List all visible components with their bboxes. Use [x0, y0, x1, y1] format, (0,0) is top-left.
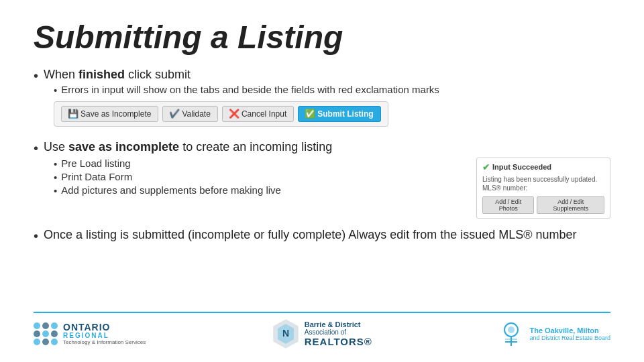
use-save-left: Pre Load listing Print Data Form Add pic… — [34, 158, 463, 196]
circle-1 — [34, 322, 40, 329]
input-succeeded-header: ✔ Input Succeeded — [482, 162, 604, 172]
bullet-1-text: When finished click submit — [44, 68, 191, 82]
oakville-icon-svg — [498, 320, 524, 347]
slide: Submitting a Listing When finished click… — [0, 0, 644, 362]
bullet-1-subs: Errors in input will show on the tabs an… — [54, 84, 610, 96]
circle-7 — [34, 339, 40, 345]
ontario-sub: Technology & Information Services — [63, 339, 146, 345]
oakville-text-group: The Oakville, Milton and District Real E… — [529, 326, 610, 341]
barrie-line1: Barrie & District — [305, 320, 372, 328]
save-icon: 💾 — [68, 109, 78, 119]
use-save-section: Pre Load listing Print Data Form Add pic… — [34, 158, 610, 219]
validate-icon: ✔️ — [170, 109, 179, 119]
circle-6 — [51, 330, 58, 337]
save-incomplete-button[interactable]: 💾 Save as Incomplete — [61, 106, 158, 122]
bullet-2-sub-2: Print Data Form — [54, 171, 463, 183]
barrie-realtors: REALTORS® — [305, 336, 372, 347]
cancel-input-button[interactable]: ❌ Cancel Input — [222, 106, 294, 122]
add-edit-photos-button[interactable]: Add / Edit Photos — [482, 196, 534, 214]
validate-button[interactable]: ✔️ Validate — [162, 106, 217, 122]
input-succeeded-box: ✔ Input Succeeded Listing has been succe… — [476, 158, 610, 219]
add-edit-supplements-button[interactable]: Add / Edit Supplements — [537, 196, 604, 214]
circle-3 — [51, 322, 58, 329]
barrie-line2: Association of — [305, 328, 372, 336]
bullet-1: When finished click submit — [34, 68, 610, 84]
submit-icon: ✅ — [305, 109, 315, 119]
bullet-2-block: Use save as incomplete to create an inco… — [34, 140, 610, 219]
ontario-text-group: ONTARIO REGIONAL Technology & Informatio… — [63, 322, 146, 345]
ontario-regional: REGIONAL — [63, 332, 146, 339]
circle-4 — [34, 330, 40, 337]
bullet-3: Once a listing is submitted (incomplete … — [34, 228, 610, 244]
barrie-logo: N Barrie & District Association of REALT… — [272, 318, 372, 349]
svg-text:N: N — [282, 328, 289, 339]
circle-9 — [51, 339, 58, 345]
svg-point-4 — [508, 326, 515, 333]
check-icon: ✔ — [482, 162, 490, 172]
cancel-icon: ❌ — [229, 109, 239, 119]
circle-8 — [42, 339, 49, 345]
succeeded-body: Listing has been successfully updated. M… — [482, 175, 604, 192]
oakville-logo: The Oakville, Milton and District Real E… — [498, 320, 610, 347]
bullet-1-sub-1: Errors in input will show on the tabs an… — [54, 84, 610, 96]
ontario-circles — [34, 322, 58, 345]
bullet-2-sub-3: Add pictures and supplements before maki… — [54, 184, 463, 196]
barrie-text-group: Barrie & District Association of REALTOR… — [305, 320, 372, 347]
bullet-3-text: Once a listing is submitted (incomplete … — [44, 228, 577, 242]
bullet-1-block: When finished click submit Errors in inp… — [34, 68, 610, 131]
circle-5 — [42, 330, 49, 337]
slide-title: Submitting a Listing — [34, 20, 610, 56]
bullet-2-sub-1: Pre Load listing — [54, 158, 463, 170]
ontario-name: ONTARIO — [63, 322, 146, 332]
bullet-3-block: Once a listing is submitted (incomplete … — [34, 228, 610, 244]
oakville-line1: The Oakville, Milton — [529, 326, 610, 335]
bullet-2-subs: Pre Load listing Print Data Form Add pic… — [54, 158, 463, 196]
barrie-icon-svg: N — [272, 318, 299, 349]
footer: ONTARIO REGIONAL Technology & Informatio… — [34, 312, 610, 349]
ontario-regional-logo: ONTARIO REGIONAL Technology & Informatio… — [34, 322, 146, 345]
bullet-2-text: Use save as incomplete to create an inco… — [44, 140, 332, 154]
action-bar: 💾 Save as Incomplete ✔️ Validate ❌ Cance… — [54, 101, 388, 127]
submit-listing-button[interactable]: ✅ Submit Listing — [298, 106, 380, 122]
bullet-2: Use save as incomplete to create an inco… — [34, 140, 610, 156]
succeeded-buttons: Add / Edit Photos Add / Edit Supplements — [482, 196, 604, 214]
oakville-line2: and District Real Estate Board — [529, 335, 610, 341]
circle-2 — [42, 322, 49, 329]
content-area: When finished click submit Errors in inp… — [34, 68, 610, 305]
